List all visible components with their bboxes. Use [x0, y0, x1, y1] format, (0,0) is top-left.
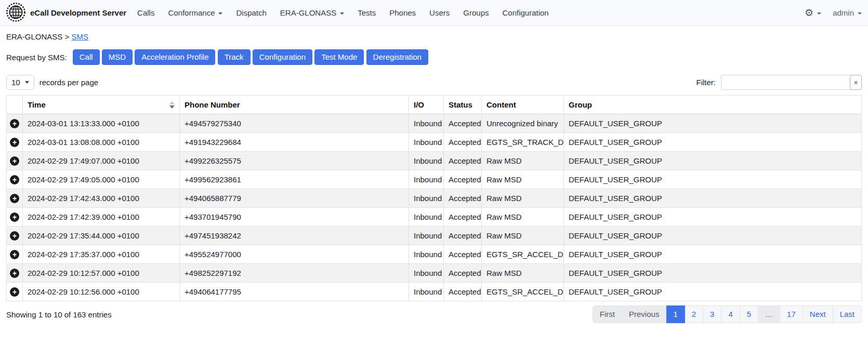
- cell-time: 2024-02-29 17:42:39.000 +0100: [23, 208, 180, 227]
- cell-content: Raw MSD: [482, 227, 564, 245]
- cell-time: 2024-02-29 10:12:57.000 +0100: [23, 264, 180, 283]
- chevron-down-icon: [340, 12, 344, 15]
- page-button-4[interactable]: 4: [721, 305, 740, 323]
- cell-phone-number: +497451938242: [180, 227, 409, 245]
- page-size-value: 10: [11, 78, 20, 87]
- cell-status: Accepted: [444, 227, 482, 245]
- cell-phone-number: +491943229684: [180, 133, 409, 152]
- column-header-content[interactable]: Content: [482, 96, 564, 114]
- page-size-select[interactable]: 10: [6, 75, 34, 90]
- cell-time: 2024-02-29 17:42:43.000 +0100: [23, 189, 180, 208]
- page-button-3[interactable]: 3: [703, 305, 721, 323]
- nav-item-tests[interactable]: Tests: [351, 8, 383, 17]
- cell-io: Inbound: [409, 208, 444, 227]
- column-header-status[interactable]: Status: [444, 96, 482, 114]
- configuration-button[interactable]: Configuration: [253, 49, 312, 65]
- table-controls: 10 records per page Filter: ×: [6, 75, 862, 90]
- entries-summary: Showing 1 to 10 of 163 entries: [6, 305, 112, 319]
- user-menu[interactable]: admin: [833, 8, 862, 17]
- acceleration-profile-button[interactable]: Acceleration Profile: [135, 49, 215, 65]
- page-button-1[interactable]: 1: [666, 305, 685, 323]
- column-header-group[interactable]: Group: [564, 96, 862, 114]
- cell-status: Accepted: [444, 208, 482, 227]
- expand-row-button[interactable]: +: [10, 119, 19, 128]
- expand-row-button[interactable]: +: [10, 194, 19, 203]
- cell-io: Inbound: [409, 283, 444, 301]
- expand-row-button[interactable]: +: [10, 269, 19, 278]
- expand-row-button[interactable]: +: [10, 156, 19, 166]
- request-by-sms-toolbar: Request by SMS: Call MSD Acceleration Pr…: [6, 49, 862, 65]
- deregistration-button[interactable]: Deregistration: [366, 49, 428, 65]
- brand[interactable]: eCall Development Server: [6, 3, 126, 23]
- cell-status: Accepted: [444, 114, 482, 133]
- track-button[interactable]: Track: [218, 49, 251, 65]
- column-header-expand: [7, 96, 23, 114]
- table-row: +2024-02-29 17:35:37.000 +0100+495524977…: [7, 245, 862, 264]
- breadcrumb-link-sms[interactable]: SMS: [71, 32, 88, 41]
- nav-item-phones[interactable]: Phones: [383, 8, 423, 17]
- cell-phone-number: +495524977000: [180, 245, 409, 264]
- expand-row-button[interactable]: +: [10, 212, 19, 222]
- cell-group: DEFAULT_USER_GROUP: [564, 114, 862, 133]
- table-header-row: TimePhone NumberI/OStatusContentGroup: [7, 96, 862, 114]
- test-mode-button[interactable]: Test Mode: [314, 49, 364, 65]
- clear-filter-button[interactable]: ×: [850, 75, 862, 90]
- page-button-2[interactable]: 2: [685, 305, 703, 323]
- breadcrumb-separator: >: [65, 32, 70, 41]
- expand-row-button[interactable]: +: [10, 175, 19, 184]
- page-button-last[interactable]: Last: [833, 305, 862, 323]
- nav-item-groups[interactable]: Groups: [456, 8, 495, 17]
- cell-time: 2024-02-29 17:35:44.000 +0100: [23, 227, 180, 245]
- page-button-next[interactable]: Next: [803, 305, 833, 323]
- expand-row-button[interactable]: +: [10, 250, 19, 259]
- cell-content: Raw MSD: [482, 189, 564, 208]
- column-header-i-o[interactable]: I/O: [409, 96, 444, 114]
- sort-desc-icon: [169, 105, 175, 109]
- page-button-5[interactable]: 5: [740, 305, 758, 323]
- page-button-17[interactable]: 17: [780, 305, 803, 323]
- cell-content: Raw MSD: [482, 152, 564, 170]
- cell-content: Raw MSD: [482, 208, 564, 227]
- expand-row-button[interactable]: +: [10, 231, 19, 241]
- cell-io: Inbound: [409, 245, 444, 264]
- table-footer: Showing 1 to 10 of 163 entries FirstPrev…: [6, 305, 862, 323]
- cell-content: EGTS_SR_TRACK_DATA: [482, 133, 564, 152]
- cell-status: Accepted: [444, 245, 482, 264]
- expand-row-button[interactable]: +: [10, 287, 19, 297]
- settings-menu[interactable]: ⚙: [805, 8, 821, 18]
- cell-group: DEFAULT_USER_GROUP: [564, 227, 862, 245]
- cell-io: Inbound: [409, 227, 444, 245]
- page-button-ellipsis[interactable]: …: [758, 305, 780, 323]
- cell-group: DEFAULT_USER_GROUP: [564, 189, 862, 208]
- column-header-phone-number[interactable]: Phone Number: [180, 96, 409, 114]
- cell-group: DEFAULT_USER_GROUP: [564, 283, 862, 301]
- nav-item-users[interactable]: Users: [423, 8, 456, 17]
- globe-logo-icon: [6, 3, 25, 23]
- nav-item-configuration[interactable]: Configuration: [495, 8, 555, 17]
- column-header-time[interactable]: Time: [23, 96, 180, 114]
- expand-row-button[interactable]: +: [10, 138, 19, 147]
- cell-phone-number: +499562923861: [180, 170, 409, 189]
- cell-phone-number: +493701945790: [180, 208, 409, 227]
- table-row: +2024-02-29 17:42:39.000 +0100+493701945…: [7, 208, 862, 227]
- cell-status: Accepted: [444, 133, 482, 152]
- page-button-previous[interactable]: Previous: [622, 305, 666, 323]
- filter-input[interactable]: [721, 75, 851, 90]
- navbar-right: ⚙ admin: [805, 8, 862, 18]
- msd-button[interactable]: MSD: [102, 49, 133, 65]
- cell-group: DEFAULT_USER_GROUP: [564, 133, 862, 152]
- cell-group: DEFAULT_USER_GROUP: [564, 245, 862, 264]
- gear-icon: ⚙: [805, 8, 813, 18]
- cell-io: Inbound: [409, 264, 444, 283]
- nav-item-dispatch[interactable]: Dispatch: [229, 8, 273, 17]
- nav-item-calls[interactable]: Calls: [130, 8, 161, 17]
- call-button[interactable]: Call: [73, 49, 100, 65]
- cell-group: DEFAULT_USER_GROUP: [564, 152, 862, 170]
- nav-item-era-glonass[interactable]: ERA-GLONASS: [273, 8, 351, 17]
- cell-time: 2024-03-01 13:13:33.000 +0100: [23, 114, 180, 133]
- cell-time: 2024-02-29 17:49:07.000 +0100: [23, 152, 180, 170]
- nav-item-conformance[interactable]: Conformance: [161, 8, 229, 17]
- page-button-first[interactable]: First: [593, 305, 622, 323]
- navbar: eCall Development Server CallsConformanc…: [0, 0, 868, 26]
- cell-phone-number: +499226325575: [180, 152, 409, 170]
